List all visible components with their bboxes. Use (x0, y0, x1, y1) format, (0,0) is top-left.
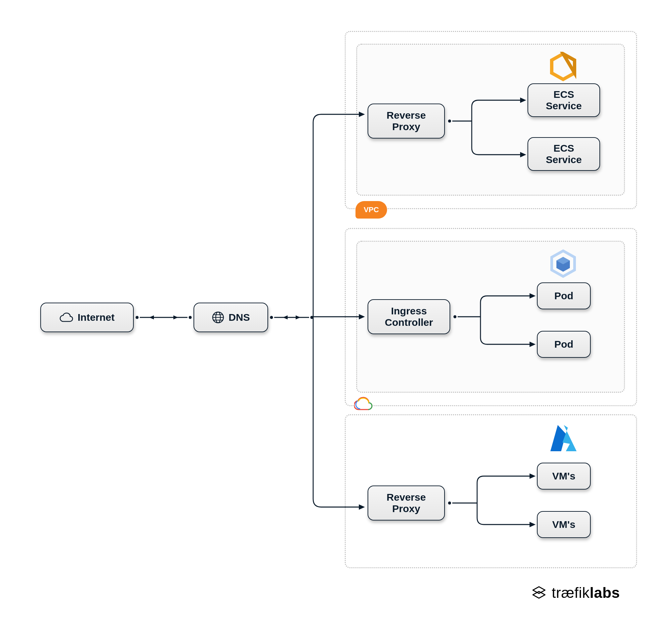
gcp-cloud-icon (354, 397, 374, 413)
svg-marker-5 (550, 425, 566, 451)
dns-node: DNS (194, 303, 268, 332)
brand-text: træfiklabs (552, 584, 620, 601)
aws-proxy-label: Reverse Proxy (387, 110, 426, 133)
traefik-logo-icon (531, 585, 547, 601)
svg-point-13 (270, 316, 273, 319)
svg-point-9 (136, 316, 139, 319)
svg-marker-11 (149, 315, 154, 319)
aws-ecs-service-1: ECS Service (528, 83, 600, 117)
az-vm1-label: VM's (552, 470, 576, 482)
brand-bold: labs (590, 584, 620, 601)
gke-hex-icon (548, 249, 578, 280)
azure-vm-1: VM's (537, 463, 591, 490)
svg-marker-6 (562, 425, 577, 451)
azure-vm-2: VM's (537, 511, 591, 538)
aws-hex-icon (548, 52, 578, 83)
svg-marker-15 (283, 315, 288, 319)
gcp-pod2-label: Pod (554, 339, 574, 350)
gcp-ingress-controller-node: Ingress Controller (368, 299, 450, 334)
svg-marker-16 (296, 315, 300, 319)
aws-ecs2-label: ECS Service (546, 143, 582, 166)
azure-a-icon (546, 424, 580, 455)
azure-reverse-proxy-node: Reverse Proxy (368, 486, 445, 520)
gcp-pod-2: Pod (537, 331, 591, 358)
internet-node: Internet (40, 303, 134, 332)
gcp-ctrl-label: Ingress Controller (385, 305, 433, 329)
aws-ecs-service-2: ECS Service (528, 137, 600, 171)
az-proxy-label: Reverse Proxy (387, 492, 426, 515)
brand-thin: træfik (552, 584, 590, 601)
gcp-pod1-label: Pod (554, 290, 574, 302)
internet-label: Internet (78, 312, 115, 323)
conn-internet-dns (134, 311, 194, 324)
svg-marker-12 (173, 315, 178, 319)
gcp-pod-1: Pod (537, 282, 591, 309)
traefik-labs-brand: træfiklabs (531, 584, 620, 601)
cloud-icon (59, 312, 74, 322)
az-vm2-label: VM's (552, 519, 576, 531)
dns-label: DNS (228, 312, 250, 323)
svg-point-14 (310, 316, 313, 319)
conn-dns-trunk (268, 311, 315, 324)
aws-ecs1-label: ECS Service (546, 89, 582, 112)
vpc-label: VPC (364, 205, 379, 214)
svg-point-10 (189, 316, 192, 319)
aws-reverse-proxy-node: Reverse Proxy (368, 104, 445, 139)
vpc-badge: VPC (355, 201, 387, 219)
svg-marker-1 (563, 54, 575, 73)
diagram-canvas: VPC (0, 0, 672, 617)
globe-icon (212, 311, 224, 324)
